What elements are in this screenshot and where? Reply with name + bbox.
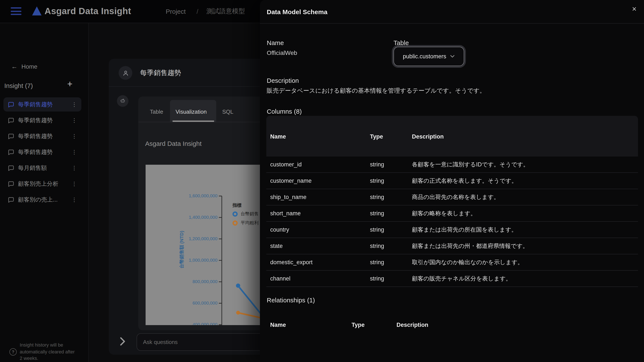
- cell-name: customer_id: [270, 161, 302, 168]
- y-tick-label: 600,000,000: [146, 300, 218, 305]
- breadcrumb-project[interactable]: Project: [166, 8, 186, 15]
- cell-name: country: [270, 227, 289, 233]
- sidebar-item-insight-1[interactable]: 每季銷售趨勢 ⋮: [4, 97, 81, 111]
- cell-description: 顧客の略称を表します。: [412, 210, 476, 217]
- table-row: short_namestring顧客の略称を表します。: [266, 206, 638, 222]
- chat-bubble-icon: [8, 149, 14, 155]
- y-tick-label: 1,400,000,000: [146, 215, 218, 220]
- table-select[interactable]: public.customers: [394, 47, 464, 66]
- cell-name: ship_to_name: [270, 194, 306, 200]
- column-header-description: Description: [412, 133, 444, 140]
- kebab-menu-icon[interactable]: ⋮: [72, 117, 77, 123]
- thread-title: 每季銷售趨勢: [140, 69, 181, 78]
- app-logo-icon: [32, 7, 42, 16]
- y-tick-label: 800,000,000: [146, 279, 218, 284]
- chart-brand-caption: Asgard Data Insight: [145, 140, 202, 147]
- kebab-menu-icon[interactable]: ⋮: [72, 101, 77, 108]
- tab-visualization[interactable]: Visualization: [176, 108, 207, 115]
- table-row: customer_idstring各顧客を一意に識別するIDです。そうです。: [266, 156, 638, 173]
- sidebar-item-insight-5[interactable]: 每月銷售額 ⋮: [4, 161, 81, 175]
- chat-bubble-icon: [8, 117, 14, 123]
- legend-title: 指標: [232, 203, 259, 209]
- sidebar-item-label: 每季銷售趨勢: [18, 116, 68, 124]
- user-avatar: [118, 66, 132, 80]
- rel-header-type: Type: [352, 322, 364, 328]
- y-axis-title: 台幣銷售額 (NTD): [178, 224, 186, 275]
- sidebar-back-home[interactable]: ←Home: [11, 63, 38, 70]
- table-row: domestic_exportstring取引が国内なのか輸出なのかを示します。: [266, 254, 638, 271]
- rel-header-name: Name: [270, 322, 286, 328]
- column-header-name: Name: [270, 133, 286, 140]
- data-model-schema-panel: Data Model Schema × Name OfficialWeb Tab…: [260, 0, 644, 362]
- kebab-menu-icon[interactable]: ⋮: [72, 133, 77, 139]
- table-select-value: public.customers: [403, 53, 446, 60]
- chevron-down-icon: [450, 55, 455, 58]
- app-root: Asgard Data Insight Project / 測試語意模型 ←Ho…: [0, 0, 644, 362]
- table-row: countrystring顧客または出荷先の所在国を表します。: [266, 222, 638, 238]
- active-tab-underline: [172, 120, 214, 122]
- tab-sql[interactable]: SQL: [222, 108, 233, 115]
- close-icon[interactable]: ×: [632, 5, 636, 14]
- series-blue-point: [236, 283, 240, 288]
- kebab-menu-icon[interactable]: ⋮: [72, 180, 77, 187]
- cell-description: 顧客の販売チャネル区分を表します。: [412, 275, 512, 282]
- add-insight-button[interactable]: +: [67, 79, 72, 88]
- sidebar-item-insight-7[interactable]: 顧客別の売上... ⋮: [4, 193, 81, 207]
- breadcrumb-current: 測試語意模型: [206, 7, 245, 16]
- chart-legend: 指標 台幣銷售 平均粗利: [232, 203, 259, 229]
- cell-name: short_name: [270, 210, 301, 217]
- expand-chevron-icon[interactable]: [120, 337, 126, 346]
- tab-table[interactable]: Table: [150, 108, 163, 115]
- modal-title: Data Model Schema: [267, 8, 327, 16]
- columns-section-title: Columns (8): [267, 108, 302, 115]
- bot-avatar: [117, 95, 128, 107]
- sidebar-item-insight-6[interactable]: 顧客別売上分析 ⋮: [4, 177, 81, 191]
- kebab-menu-icon[interactable]: ⋮: [72, 165, 77, 171]
- sidebar-item-label: 每月銷售額: [18, 164, 68, 172]
- cell-name: state: [270, 243, 283, 249]
- kebab-menu-icon[interactable]: ⋮: [72, 197, 77, 203]
- y-tick-label: 400,000,000: [146, 322, 218, 325]
- insight-section-title: Insight (7): [4, 82, 33, 89]
- sidebar-item-insight-3[interactable]: 每季銷售趨勢 ⋮: [4, 129, 81, 143]
- sidebar-item-insight-4[interactable]: 每季銷售趨勢 ⋮: [4, 145, 81, 159]
- chat-bubble-icon: [8, 101, 14, 108]
- name-field-value: OfficialWeb: [267, 49, 297, 56]
- cell-type: string: [370, 177, 384, 184]
- hamburger-menu-icon[interactable]: [11, 7, 22, 16]
- cell-name: domestic_export: [270, 259, 312, 266]
- relationships-table-header: Name Type Description: [266, 316, 638, 334]
- cell-description: 顧客の正式名称を表します。そうです。: [412, 177, 517, 185]
- y-tick-label: 1,600,000,000: [146, 193, 218, 198]
- rel-header-description: Description: [396, 322, 428, 328]
- relationships-section-title: Relationships (1): [267, 296, 315, 304]
- sidebar-item-insight-2[interactable]: 每季銷售趨勢 ⋮: [4, 113, 81, 127]
- sidebar-item-label: 顧客別の売上...: [18, 196, 68, 204]
- robot-icon: [120, 98, 126, 104]
- kebab-menu-icon[interactable]: ⋮: [72, 149, 77, 155]
- chat-bubble-icon: [8, 197, 14, 203]
- app-title: Asgard Data Insight: [44, 6, 131, 16]
- legend-item: 平均粗利: [232, 220, 259, 226]
- cell-description: 顧客または出荷先の州・都道府県情報です。: [412, 242, 528, 250]
- cell-type: string: [370, 275, 384, 282]
- cell-type: string: [370, 161, 384, 168]
- cell-type: string: [370, 194, 384, 200]
- legend-marker-orange-icon: [232, 221, 238, 226]
- cell-description: 商品の出荷先の名称を表します。: [412, 193, 500, 201]
- sidebar-item-label: 每季銷售趨勢: [18, 132, 68, 140]
- cell-type: string: [370, 210, 384, 217]
- sidebar-item-label: 每季銷售趨勢: [18, 148, 68, 156]
- home-label: Home: [22, 63, 38, 70]
- table-row: customer_namestring顧客の正式名称を表します。そうです。: [266, 173, 638, 189]
- description-text: 販売データベースにおける顧客の基本情報を管理するテーブルです。そうです。: [267, 87, 631, 95]
- cell-name: customer_name: [270, 177, 312, 184]
- cell-name: channel: [270, 275, 290, 282]
- cell-description: 取引が国内なのか輸出なのかを示します。: [412, 258, 523, 266]
- person-icon: [122, 69, 129, 77]
- history-note: Insight history will be automatically cl…: [20, 342, 77, 362]
- cell-description: 顧客または出荷先の所在国を表します。: [412, 226, 517, 234]
- legend-marker-blue-icon: [232, 212, 238, 217]
- sidebar: ←Home Insight (7) + 每季銷售趨勢 ⋮ 每季銷售趨勢 ⋮ 每季…: [0, 23, 89, 362]
- description-label: Description: [267, 77, 299, 84]
